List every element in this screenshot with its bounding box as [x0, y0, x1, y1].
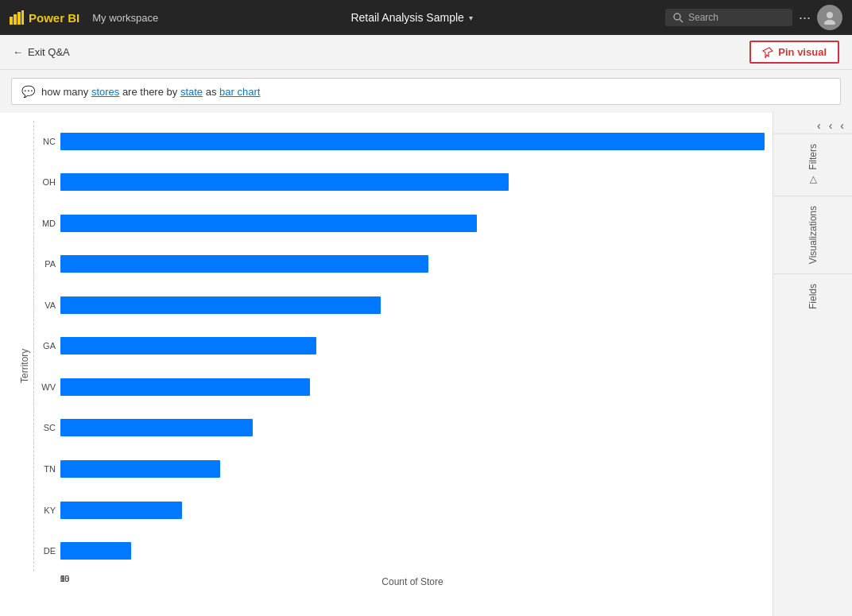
- bar-fill: [60, 542, 131, 560]
- main-content: Territory NCOHMDPAVAGAWVSCTNKYDE 0510152…: [0, 113, 852, 616]
- navbar-right: Search ···: [665, 5, 842, 30]
- bar-row: NC: [33, 131, 765, 152]
- svg-rect-2: [17, 12, 21, 25]
- qa-chat-icon: 💬: [21, 85, 35, 98]
- search-box[interactable]: Search: [665, 9, 792, 26]
- chart-area: Territory NCOHMDPAVAGAWVSCTNKYDE 0510152…: [0, 113, 773, 616]
- panel-collapse-buttons: ‹ ‹ ‹: [773, 113, 852, 134]
- qa-query-text: how many stores are there by state as ba…: [41, 86, 260, 98]
- bar-row: SC: [33, 417, 765, 438]
- report-title-area: Retail Analysis Sample ▾: [171, 11, 653, 24]
- workspace-label[interactable]: My workspace: [92, 12, 158, 24]
- exit-qa-label: Exit Q&A: [28, 46, 70, 58]
- bar-row: TN: [33, 459, 765, 479]
- bar-row: WV: [33, 377, 765, 397]
- bar-label: MD: [33, 219, 56, 228]
- svg-line-5: [680, 19, 683, 22]
- exit-qa-button[interactable]: ← Exit Q&A: [13, 46, 70, 58]
- bar-track: [60, 133, 765, 150]
- bar-row: MD: [33, 213, 765, 234]
- navbar: Power BI My workspace Retail Analysis Sa…: [0, 0, 852, 35]
- tab-fields[interactable]: Fields: [773, 273, 852, 319]
- bar-track: [60, 337, 765, 354]
- collapse-visualizations-button[interactable]: ‹: [826, 118, 836, 134]
- qa-input-area[interactable]: 💬 how many stores are there by state as …: [11, 78, 841, 105]
- title-chevron-icon[interactable]: ▾: [469, 14, 473, 22]
- bar-label: OH: [33, 177, 56, 187]
- pin-icon: [762, 47, 773, 58]
- qa-stores-keyword: stores: [91, 86, 119, 98]
- pin-visual-button[interactable]: Pin visual: [749, 41, 839, 64]
- chart-inner: NCOHMDPAVAGAWVSCTNKYDE 05101520 Count of…: [33, 121, 765, 611]
- bar-fill: [60, 502, 182, 519]
- bar-label: VA: [33, 300, 56, 310]
- bar-row: GA: [33, 335, 765, 356]
- chart-container: Territory NCOHMDPAVAGAWVSCTNKYDE 0510152…: [16, 121, 765, 611]
- collapse-fields-button[interactable]: ‹: [837, 118, 847, 134]
- bar-track: [60, 460, 765, 478]
- bar-row: DE: [33, 540, 765, 561]
- right-panels: ‹ ‹ ‹ ▽ Filters Visualizations Fields: [773, 113, 852, 616]
- bar-label: NC: [33, 137, 56, 146]
- brand-logo[interactable]: Power BI: [10, 10, 79, 25]
- bar-fill: [60, 173, 509, 191]
- x-tick: 20: [60, 575, 69, 583]
- bar-track: [60, 378, 765, 396]
- svg-rect-1: [14, 14, 17, 25]
- bar-track: [60, 542, 765, 560]
- bar-label: KY: [33, 506, 56, 515]
- bar-fill: [60, 255, 428, 273]
- search-icon: [673, 13, 684, 23]
- powerbi-icon: [10, 10, 24, 25]
- bar-fill: [60, 215, 477, 232]
- back-arrow-icon: ←: [13, 46, 23, 58]
- fields-label: Fields: [807, 284, 819, 309]
- avatar[interactable]: [817, 5, 842, 30]
- bars-area: NCOHMDPAVAGAWVSCTNKYDE: [33, 121, 765, 571]
- bar-row: KY: [33, 500, 765, 521]
- collapse-filters-button[interactable]: ‹: [814, 118, 824, 134]
- subheader: ← Exit Q&A Pin visual: [0, 35, 852, 70]
- bar-row: PA: [33, 254, 765, 274]
- bar-row: OH: [33, 172, 765, 192]
- more-options-icon[interactable]: ···: [799, 10, 811, 26]
- bar-row: VA: [33, 295, 765, 316]
- x-axis: 05101520: [33, 571, 765, 575]
- qa-state-keyword: state: [180, 86, 203, 98]
- bar-fill: [60, 460, 220, 478]
- user-avatar-icon: [823, 10, 837, 25]
- x-axis-label: Count of Store: [33, 576, 765, 587]
- qa-chart-keyword: bar chart: [219, 86, 260, 98]
- svg-point-4: [674, 14, 680, 20]
- bar-fill: [60, 419, 253, 436]
- bar-label: PA: [33, 259, 56, 269]
- bar-label: GA: [33, 341, 56, 351]
- bar-track: [60, 502, 765, 519]
- bar-fill: [60, 378, 310, 396]
- bar-label: DE: [33, 546, 56, 556]
- bar-fill: [60, 296, 381, 314]
- tab-visualizations[interactable]: Visualizations: [773, 196, 852, 273]
- bar-track: [60, 296, 765, 314]
- report-title: Retail Analysis Sample: [350, 11, 463, 24]
- bar-label: TN: [33, 464, 56, 474]
- bar-fill: [60, 133, 765, 150]
- svg-rect-0: [10, 17, 13, 25]
- search-label: Search: [688, 12, 718, 23]
- bar-track: [60, 215, 765, 232]
- svg-point-7: [824, 20, 835, 25]
- brand-name: Power BI: [29, 11, 79, 25]
- tab-filters[interactable]: ▽ Filters: [773, 134, 852, 196]
- pin-visual-label: Pin visual: [778, 46, 827, 58]
- bar-track: [60, 255, 765, 273]
- svg-rect-3: [21, 10, 24, 25]
- bar-track: [60, 419, 765, 436]
- visualizations-label: Visualizations: [807, 206, 819, 264]
- y-axis-label: Territory: [16, 121, 33, 611]
- bar-label: WV: [33, 382, 56, 392]
- filter-icon: ▽: [807, 175, 819, 186]
- bar-fill: [60, 337, 316, 354]
- panel-tabs: ▽ Filters Visualizations Fields: [773, 134, 852, 616]
- bar-track: [60, 173, 765, 191]
- svg-point-6: [827, 12, 833, 18]
